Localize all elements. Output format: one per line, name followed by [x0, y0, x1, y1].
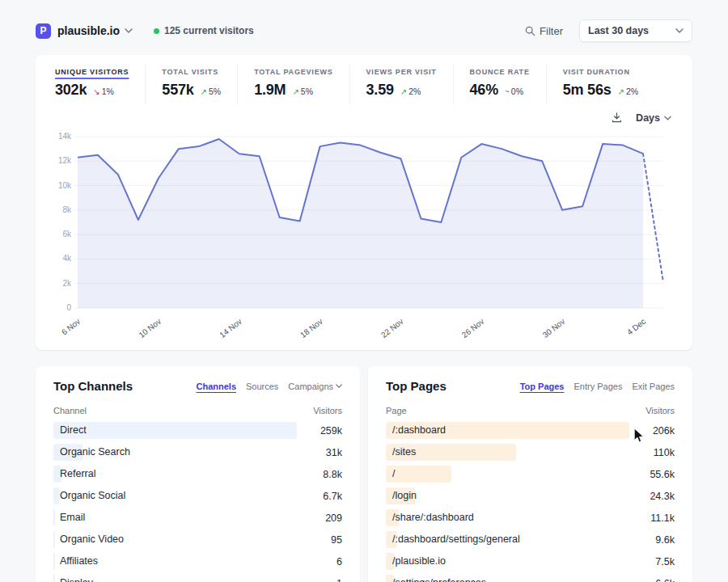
row-value: 8.8k: [297, 469, 342, 480]
stat-change: 2%: [408, 86, 421, 96]
table-header: Page Visitors: [386, 406, 675, 415]
row-value: 259k: [297, 425, 342, 436]
tab-campaigns[interactable]: Campaigns: [288, 382, 342, 391]
chart-line-incomplete: [643, 154, 663, 282]
row-label[interactable]: Affiliates: [53, 555, 98, 567]
table-row[interactable]: Organic Search31k: [53, 444, 342, 461]
breakdown-section: Top Channels Channels Sources Campaigns …: [36, 366, 692, 582]
stat-views-per-visit[interactable]: VIEWS PER VISIT 3.59 ↗2%: [349, 65, 453, 105]
y-axis-label: 4k: [62, 254, 72, 263]
filter-button[interactable]: Filter: [525, 25, 563, 37]
top-bar: P plausible.io 125 current visitors Filt…: [0, 0, 728, 55]
stat-label: TOTAL PAGEVIEWS: [254, 68, 332, 76]
table-row[interactable]: Email209: [53, 509, 342, 526]
row-label[interactable]: /login: [386, 490, 417, 501]
row-label[interactable]: /sites: [386, 446, 416, 458]
row-value: 1: [297, 578, 342, 582]
tab-exit-pages[interactable]: Exit Pages: [632, 382, 675, 391]
date-range-picker[interactable]: Last 30 days: [579, 19, 692, 42]
row-label[interactable]: /share/:dashboard: [386, 512, 474, 523]
column-visitors: Visitors: [297, 406, 342, 415]
tab-entry-pages[interactable]: Entry Pages: [574, 382, 622, 391]
chevron-down-icon: [336, 384, 342, 388]
row-label[interactable]: Email: [53, 512, 85, 523]
tab-top-pages[interactable]: Top Pages: [520, 382, 565, 391]
table-row[interactable]: /settings/preferences6.6k: [386, 575, 675, 582]
site-name: plausible.io: [57, 24, 120, 37]
stat-label: BOUNCE RATE: [470, 68, 530, 76]
chevron-down-icon: [664, 116, 671, 120]
column-page: Page: [386, 406, 407, 415]
table-row[interactable]: Affiliates6: [53, 553, 342, 570]
stat-unique-visitors[interactable]: UNIQUE VISITORS 302k ↘1%: [52, 65, 145, 105]
table-row[interactable]: Direct259k: [53, 422, 342, 439]
row-label[interactable]: Referral: [53, 468, 95, 479]
stat-label: VIEWS PER VISIT: [366, 68, 437, 76]
row-label[interactable]: /: [386, 468, 395, 479]
table-row[interactable]: /sites110k: [386, 444, 675, 461]
live-dot-icon: [154, 28, 159, 34]
table-row[interactable]: Organic Video95: [53, 531, 342, 548]
row-value: 110k: [629, 447, 675, 458]
row-value: 11.1k: [629, 512, 675, 524]
table-row[interactable]: /login24.3k: [386, 487, 675, 504]
row-label[interactable]: Direct: [53, 424, 87, 436]
stat-value: 1.9M: [254, 82, 286, 99]
chevron-down-icon: [675, 28, 684, 33]
stat-bounce-rate[interactable]: BOUNCE RATE 46% ~0%: [453, 65, 546, 105]
stat-value: 5m 56s: [563, 82, 612, 99]
stat-total-visits[interactable]: TOTAL VISITS 557k ↗5%: [145, 65, 237, 105]
pages-tabs: Top Pages Entry Pages Exit Pages: [520, 382, 675, 391]
tab-sources[interactable]: Sources: [246, 382, 278, 391]
table-row[interactable]: /:dashboard206k: [386, 422, 675, 439]
y-axis-label: 6k: [62, 230, 72, 238]
row-label[interactable]: Organic Search: [53, 446, 130, 458]
table-row[interactable]: Organic Social6.7k: [53, 487, 342, 504]
table-row[interactable]: Referral8.8k: [53, 466, 342, 483]
channels-tabs: Channels Sources Campaigns: [196, 382, 342, 391]
visitors-chart[interactable]: 02k4k6k8k10k12k14k6 Nov10 Nov14 Nov18 No…: [52, 127, 671, 344]
row-label[interactable]: Display: [53, 577, 93, 582]
trend-arrow-icon: ~: [505, 87, 510, 96]
row-label[interactable]: Organic Social: [53, 490, 125, 501]
table-row[interactable]: Display1: [53, 575, 342, 582]
stat-change: 2%: [626, 86, 638, 96]
current-visitors-label: 125 current visitors: [164, 25, 254, 36]
chevron-down-icon: [125, 28, 133, 33]
top-pages-card: Top Pages Top Pages Entry Pages Exit Pag…: [368, 366, 692, 582]
filter-label: Filter: [540, 25, 563, 37]
trend-arrow-icon: ↘: [93, 87, 99, 96]
interval-label: Days: [636, 112, 660, 124]
row-value: 55.6k: [629, 469, 675, 480]
download-icon: [611, 112, 623, 124]
column-channel: Channel: [53, 406, 87, 415]
table-row[interactable]: /:dashboard/settings/general9.6k: [386, 531, 675, 548]
main-analytics-card: UNIQUE VISITORS 302k ↘1% TOTAL VISITS 55…: [36, 55, 692, 350]
interval-dropdown[interactable]: Days: [636, 112, 671, 124]
row-label[interactable]: /plausible.io: [386, 555, 446, 567]
table-header: Channel Visitors: [53, 406, 342, 415]
download-export-button[interactable]: [611, 112, 623, 124]
row-label[interactable]: Organic Video: [53, 534, 124, 545]
stat-visit-duration[interactable]: VISIT DURATION 5m 56s ↗2%: [546, 65, 654, 105]
stat-value: 302k: [55, 82, 87, 99]
tab-channels[interactable]: Channels: [196, 382, 236, 391]
current-visitors: 125 current visitors: [154, 25, 254, 36]
stat-total-pageviews[interactable]: TOTAL PAGEVIEWS 1.9M ↗5%: [237, 65, 349, 105]
row-label[interactable]: /:dashboard/settings/general: [386, 534, 520, 545]
table-row[interactable]: /share/:dashboard11.1k: [386, 509, 675, 526]
value-bar: [386, 466, 451, 483]
site-picker[interactable]: P plausible.io: [36, 23, 133, 39]
y-axis-label: 10k: [58, 181, 72, 190]
plausible-logo-icon: P: [36, 23, 51, 39]
tab-campaigns-label: Campaigns: [288, 382, 333, 391]
row-value: 209: [297, 512, 342, 524]
row-label[interactable]: /settings/preferences: [386, 577, 486, 582]
table-row[interactable]: /55.6k: [386, 466, 675, 483]
row-value: 31k: [297, 447, 342, 458]
row-label[interactable]: /:dashboard: [386, 424, 446, 436]
stat-value: 3.59: [366, 82, 394, 99]
table-row[interactable]: /plausible.io7.5k: [386, 553, 675, 570]
column-visitors: Visitors: [629, 406, 675, 415]
row-value: 6.7k: [297, 491, 342, 502]
